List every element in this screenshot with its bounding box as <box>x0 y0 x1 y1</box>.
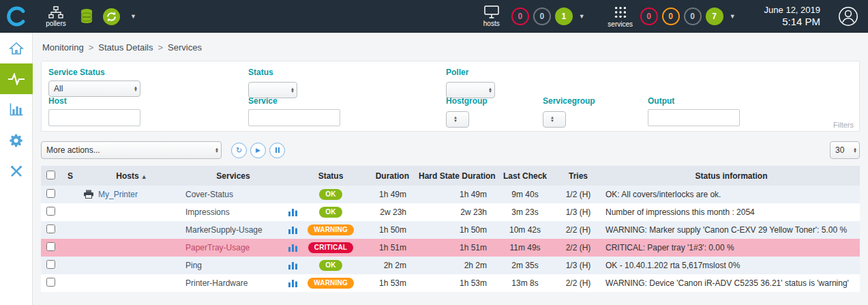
poller-label: Poller <box>446 68 495 77</box>
current-date: June 12, 2019 <box>764 5 820 16</box>
status-badge: OK <box>319 207 342 218</box>
breadcrumb-item[interactable]: Services <box>168 42 202 53</box>
graph-icon[interactable] <box>288 207 297 216</box>
select-arrows-icon: ▲▼ <box>453 116 458 122</box>
centreon-logo[interactable] <box>0 0 33 33</box>
col-header-hosts[interactable]: Hosts▲ <box>80 166 183 186</box>
host-input[interactable] <box>48 109 140 126</box>
hosts-up-counter[interactable]: 1 <box>555 8 573 25</box>
service-link[interactable]: Impressions <box>185 207 230 217</box>
col-header-tries[interactable]: Tries <box>554 166 603 186</box>
graph-icon[interactable] <box>288 225 297 234</box>
host-link[interactable]: My_Printer <box>98 190 138 199</box>
sidebar-item-administration[interactable] <box>0 156 33 186</box>
services-unknown-counter[interactable]: 0 <box>684 8 702 25</box>
status-badge: OK <box>319 260 342 271</box>
table-header-row: S Hosts▲ Services Status Duration Hard S… <box>41 166 860 186</box>
hostgroup-select[interactable]: ▲▼ <box>446 111 469 128</box>
services-ok-counter[interactable]: 7 <box>706 8 723 25</box>
hard-state-duration-cell: 2h 2m <box>416 257 496 274</box>
hosts-down-counter[interactable]: 0 <box>511 8 529 25</box>
sync-ok-icon <box>102 8 121 26</box>
col-header-last-check[interactable]: Last Check <box>496 166 554 186</box>
graph-icon[interactable] <box>288 278 297 287</box>
more-actions-select[interactable]: More actions... ▲▼ <box>41 141 222 159</box>
tries-cell: 1/3 (H) <box>554 203 603 221</box>
printer-icon <box>83 190 94 199</box>
row-checkbox[interactable] <box>46 260 55 269</box>
service-input[interactable] <box>248 109 340 126</box>
sidebar-item-home[interactable] <box>0 33 33 63</box>
col-header-status[interactable]: Status <box>301 166 360 186</box>
graph-icon[interactable] <box>288 261 297 270</box>
tries-cell: 2/2 (H) <box>554 221 603 239</box>
status-cell: OK <box>301 203 360 221</box>
status-information-cell: OK - 10.40.1.202 rta 5,617mslost 0% <box>603 257 860 274</box>
hosts-menu[interactable]: hosts <box>477 5 507 27</box>
row-checkbox-cell <box>41 221 60 239</box>
last-check-cell: 3m 23s <box>496 203 554 221</box>
service-link[interactable]: MarkerSupply-Usage <box>185 225 263 235</box>
select-all-checkbox[interactable] <box>46 171 55 179</box>
services-critical-counter[interactable]: 0 <box>640 8 658 25</box>
servicegroup-select[interactable]: ▲▼ <box>543 111 566 128</box>
pollers-menu[interactable]: pollers <box>41 6 71 27</box>
status-information-cell: OK: All covers/interlocks are ok. <box>603 186 860 203</box>
row-checkbox[interactable] <box>46 242 55 251</box>
pause-button[interactable] <box>269 143 285 158</box>
service-link[interactable]: PaperTray-Usage <box>185 243 250 252</box>
output-input[interactable] <box>648 109 740 126</box>
service-status-select[interactable]: All ▲▼ <box>48 81 140 97</box>
platform-status-icon[interactable] <box>102 8 121 26</box>
user-profile-icon[interactable] <box>838 6 858 27</box>
service-link[interactable]: Ping <box>185 261 202 270</box>
refresh-button[interactable]: ↻ <box>231 143 247 158</box>
play-button[interactable]: ▶ <box>250 143 266 158</box>
table-row: My_PrinterCover-StatusOK1h 49m1h 49m9m 4… <box>41 186 860 203</box>
row-checkbox[interactable] <box>46 224 55 233</box>
app-root: pollers ▼ <box>0 0 868 305</box>
database-status-icon[interactable] <box>79 8 94 25</box>
status-cell: OK <box>301 257 360 274</box>
centreon-logo-icon <box>6 6 27 27</box>
hosts-unreachable-counter[interactable]: 0 <box>533 8 551 25</box>
service-link[interactable]: Printer-Hardware <box>185 278 248 288</box>
services-menu[interactable]: services <box>605 5 635 28</box>
col-header-status-information[interactable]: Status information <box>603 166 860 186</box>
chevron-down-icon[interactable]: ▼ <box>728 13 737 20</box>
services-status-group: services 0007 ▼ <box>605 5 737 28</box>
services-warning-counter[interactable]: 0 <box>662 8 680 25</box>
col-header-services[interactable]: Services <box>183 166 284 186</box>
select-arrows-icon: ▲▼ <box>290 87 295 93</box>
select-arrows-icon: ▲▼ <box>853 147 857 154</box>
row-checkbox[interactable] <box>46 189 55 198</box>
breadcrumb-item[interactable]: Status Details <box>98 42 153 53</box>
service-cell: MarkerSupply-Usage <box>183 221 284 239</box>
status-cell: WARNING <box>301 221 360 239</box>
actions-toolbar: More actions... ▲▼ ↻ ▶ 30 ▲▼ <box>41 141 860 159</box>
col-header-hard-state-duration[interactable]: Hard State Duration <box>416 166 496 186</box>
sidebar-item-reporting[interactable] <box>0 94 33 125</box>
table-row: Printer-HardwareWARNING1h 53m1h 53m13m 8… <box>41 274 860 292</box>
status-cell: WARNING <box>301 274 360 292</box>
service-link[interactable]: Cover-Status <box>185 190 233 199</box>
row-checkbox[interactable] <box>46 278 55 287</box>
chevron-down-icon[interactable]: ▼ <box>129 13 138 20</box>
graph-icon[interactable] <box>288 243 297 252</box>
hostgroup-label: Hostgroup <box>446 96 488 106</box>
bar-chart-icon <box>10 103 23 116</box>
col-header-duration[interactable]: Duration <box>360 166 416 186</box>
row-checkbox[interactable] <box>46 207 55 216</box>
chevron-down-icon[interactable]: ▼ <box>578 13 586 20</box>
services-label: services <box>608 20 633 28</box>
table-row: ImpressionsOK2w 23h2w 23h3m 23s1/3 (H)Nu… <box>41 203 860 221</box>
sidebar-item-monitoring[interactable] <box>0 63 33 94</box>
page-size-select[interactable]: 30 ▲▼ <box>830 141 860 159</box>
breadcrumb-item[interactable]: Monitoring <box>42 42 84 53</box>
output-label: Output <box>648 96 740 106</box>
person-icon <box>838 6 858 27</box>
monitoring-pulse-icon <box>8 73 25 85</box>
col-header-s[interactable]: S <box>60 166 80 186</box>
last-check-cell: 11m 49s <box>496 239 554 257</box>
sidebar-item-configuration[interactable] <box>0 125 33 156</box>
